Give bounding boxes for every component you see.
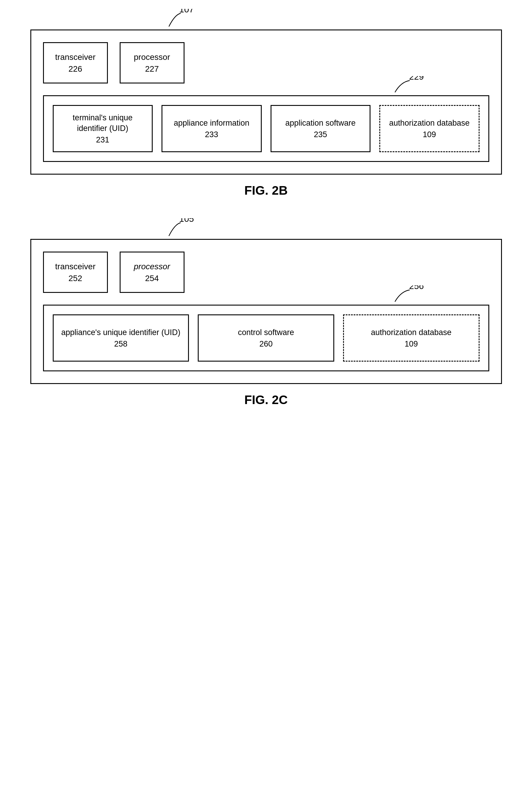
fig2c-section: 105 transceiver 252 processor 254 — [30, 221, 502, 407]
svg-text:107: 107 — [179, 9, 194, 14]
svg-text:105: 105 — [179, 218, 194, 224]
fig2b-transceiver-label: transceiver — [55, 52, 96, 63]
fig2b-appliance-info-number: 233 — [205, 130, 218, 139]
fig2b-section: 107 transceiver 226 processor 227 — [30, 12, 502, 198]
fig2b-label: FIG. 2B — [244, 183, 288, 198]
fig2b-outer-label-svg: 107 — [134, 9, 222, 32]
fig2c-outer-label-svg: 105 — [134, 218, 222, 242]
fig2c-processor-number: 254 — [145, 274, 159, 283]
fig2b-inner-group-box: terminal's unique identifier (UID) 231 a… — [43, 95, 489, 162]
fig2c-label: FIG. 2C — [244, 393, 288, 407]
fig2b-inner-row: terminal's unique identifier (UID) 231 a… — [53, 105, 480, 152]
fig2c-appliance-uid-label: appliance's unique identifier (UID) — [61, 327, 180, 338]
fig2b-inner-group-wrapper: 229 terminal's unique identifier (UID) 2… — [43, 95, 489, 162]
fig2b-transceiver-box: transceiver 226 — [43, 42, 108, 84]
fig2b-auth-db-label: authorization database — [389, 118, 469, 128]
fig2c-outer-box: transceiver 252 processor 254 256 — [30, 239, 502, 384]
fig2b-diagram: 107 transceiver 226 processor 227 — [30, 12, 502, 175]
fig2c-processor-label: processor — [134, 261, 170, 272]
fig2c-auth-db-number: 109 — [405, 340, 418, 349]
fig2b-auth-db-number: 109 — [422, 130, 436, 139]
svg-text:256: 256 — [409, 285, 424, 291]
fig2b-processor-box: processor 227 — [120, 42, 185, 84]
fig2c-control-software-number: 260 — [259, 340, 273, 349]
fig2c-transceiver-number: 252 — [68, 274, 82, 283]
fig2b-outer-box: transceiver 226 processor 227 229 — [30, 29, 502, 175]
fig2b-app-software-number: 235 — [314, 130, 327, 139]
fig2b-appliance-info-label: appliance information — [174, 118, 249, 128]
fig2b-processor-number: 227 — [145, 64, 159, 74]
fig2c-diagram: 105 transceiver 252 processor 254 — [30, 221, 502, 384]
fig2b-terminal-uid-label: terminal's unique identifier (UID) — [61, 113, 145, 133]
fig2c-transceiver-label: transceiver — [55, 261, 96, 272]
fig2b-app-software-label: application software — [285, 118, 356, 128]
fig2c-control-software-box: control software 260 — [198, 315, 334, 362]
fig2c-transceiver-box: transceiver 252 — [43, 252, 108, 293]
fig2c-appliance-uid-number: 258 — [114, 340, 127, 349]
fig2b-terminal-uid-box: terminal's unique identifier (UID) 231 — [53, 105, 153, 152]
fig2b-terminal-uid-number: 231 — [96, 135, 110, 144]
fig2c-inner-group-wrapper: 256 appliance's unique identifier (UID) … — [43, 305, 489, 371]
fig2c-auth-db-label: authorization database — [371, 327, 452, 338]
fig2c-inner-row: appliance's unique identifier (UID) 258 … — [53, 315, 480, 362]
fig2c-control-software-label: control software — [238, 327, 294, 338]
svg-text:229: 229 — [409, 76, 424, 82]
fig2b-app-software-box: application software 235 — [271, 105, 371, 152]
fig2b-229-label-svg: 229 — [371, 76, 436, 97]
fig2c-appliance-uid-box: appliance's unique identifier (UID) 258 — [53, 315, 189, 362]
fig2b-transceiver-number: 226 — [68, 64, 82, 74]
fig2c-auth-db-box: authorization database 109 — [343, 315, 480, 362]
fig2c-processor-box: processor 254 — [120, 252, 185, 293]
fig2b-processor-label: processor — [134, 52, 170, 63]
page-container: 107 transceiver 226 processor 227 — [30, 12, 502, 407]
fig2c-inner-group-box: appliance's unique identifier (UID) 258 … — [43, 305, 489, 371]
fig2c-256-label-svg: 256 — [371, 285, 436, 306]
fig2b-appliance-info-box: appliance information 233 — [162, 105, 262, 152]
fig2b-auth-db-box: authorization database 109 — [379, 105, 480, 152]
